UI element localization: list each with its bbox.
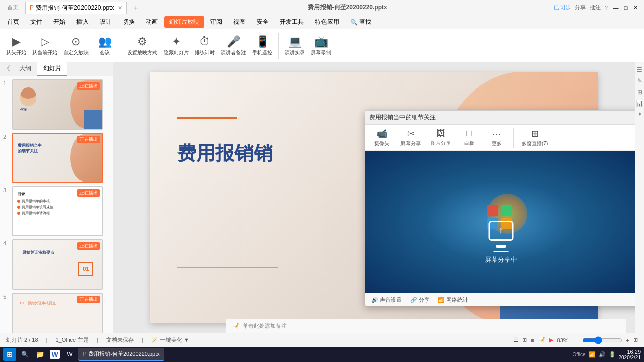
menu-dev[interactable]: 开发工具	[275, 16, 309, 28]
slide-item-2[interactable]: 2 费用报销当中的细节关注 正在播出	[3, 133, 110, 183]
menu-file[interactable]: 文件	[25, 16, 47, 28]
right-icon-1[interactable]: ☰	[637, 66, 642, 73]
right-icon-2[interactable]: ✎	[637, 77, 642, 84]
menu-design[interactable]: 设计	[95, 16, 117, 28]
view-grid[interactable]: ⊞	[522, 337, 527, 343]
taskbar-ppt-item[interactable]: P 费用报销-何苼20200220.pptx	[78, 348, 164, 361]
close-button[interactable]: ✕	[632, 4, 640, 12]
view-outline[interactable]: ≡	[531, 337, 534, 343]
start-icon: ▶	[12, 35, 21, 48]
share-icon-base	[493, 251, 508, 252]
taskbar-search[interactable]: 🔍	[18, 348, 31, 361]
menu-bar: 首页 文件 开始 插入 设计 切换 动画 幻灯片放映 审阅 视图 安全 开发工具…	[0, 15, 644, 29]
view-notes[interactable]: 📝	[538, 337, 545, 343]
menu-slideshow[interactable]: 幻灯片放映	[164, 16, 204, 28]
live-tool-image[interactable]: 🖼 图片分享	[427, 127, 455, 148]
camera-icon: 📹	[376, 128, 387, 139]
live-tool-whiteboard[interactable]: □ 白板	[457, 127, 482, 148]
taskbar-file-manager[interactable]: 📁	[33, 348, 46, 361]
comment-btn[interactable]: 批注	[590, 4, 601, 11]
ribbon-hide[interactable]: ✦ 隐藏幻灯片	[162, 33, 191, 58]
notes-bar[interactable]: 📝 单击此处添加备注	[226, 319, 626, 333]
share-settings[interactable]: 🔗 分享	[410, 296, 430, 304]
panel-nav-left[interactable]: 《	[0, 62, 13, 76]
slide-item-1[interactable]: 1 何苼 正在播出	[3, 79, 110, 130]
ribbon-timer[interactable]: ⏱ 排练计时	[193, 33, 217, 58]
ribbon-start-from-beginning[interactable]: ▶ 从头开始	[4, 33, 28, 58]
sound-settings[interactable]: 🔊 声音设置	[371, 296, 402, 304]
right-icon-3[interactable]: ⊞	[637, 88, 642, 96]
zoom-in[interactable]: +	[626, 337, 629, 343]
slide-thumb-5[interactable]: 01、原始凭证审核要点 正在播出	[12, 293, 103, 333]
screen-record-icon: 📺	[314, 35, 328, 48]
slide-line-2	[177, 267, 278, 268]
network-stats[interactable]: 📶 网络统计	[438, 296, 468, 304]
slide-thumb-4[interactable]: 原始凭证审核要点 01 正在播出	[12, 239, 103, 290]
slide-info: 幻灯片 2 / 18	[6, 336, 38, 344]
slide-thumb-2[interactable]: 费用报销当中的细节关注 正在播出	[12, 133, 103, 183]
tab-outline[interactable]: 大纲	[13, 62, 37, 76]
beauty-btn[interactable]: 🪄 一键美化 ▼	[151, 336, 189, 344]
camera-label: 摄像头	[374, 140, 389, 147]
ribbon-start-current[interactable]: ▷ 从当前开始	[30, 33, 59, 58]
live-tool-camera[interactable]: 📹 摄像头	[369, 127, 394, 149]
slide-item-4[interactable]: 4 原始凭证审核要点 01 正在播出	[3, 239, 110, 290]
play-btn[interactable]: ▶	[549, 337, 553, 343]
right-icon-5[interactable]: ✦	[637, 111, 642, 118]
ribbon-screen-record[interactable]: 📺 屏幕录制	[309, 33, 333, 58]
taskbar-word[interactable]: W	[48, 348, 61, 361]
file-manager-icon: 📁	[36, 350, 44, 358]
minimize-button[interactable]: —	[612, 4, 620, 12]
right-icon-4[interactable]: 📊	[636, 100, 643, 107]
status-bar: 幻灯片 2 / 18 | 1_Office 主题 | 文档未保存 | 🪄 一键美…	[0, 333, 644, 347]
title-bar-controls: 已同步 分享 批注 ? — □ ✕	[554, 4, 640, 12]
slide-num-4: 4	[3, 239, 10, 246]
zoom-out[interactable]: —	[573, 337, 578, 343]
menu-start[interactable]: 开始	[48, 16, 70, 28]
slide-thumb-3[interactable]: 目录 费用报销单的审核 费用报销单填写规范 费用报销申请流程 正在播出	[12, 186, 103, 236]
ribbon-remote[interactable]: 📱 手机遥控	[250, 33, 274, 58]
live-tool-more[interactable]: ⋯ 更多	[484, 127, 509, 149]
zoom-slider[interactable]	[582, 336, 622, 344]
menu-find[interactable]: 🔍 查找	[345, 16, 376, 28]
home-tab[interactable]: 首页	[4, 4, 21, 11]
close-tab-icon[interactable]: ✕	[118, 5, 122, 11]
menu-view[interactable]: 视图	[228, 16, 251, 28]
slide-line-1	[177, 117, 237, 119]
ribbon-record[interactable]: 💻 演讲实录	[283, 33, 307, 58]
taskbar-wps[interactable]: W	[63, 348, 76, 361]
ribbon-meeting[interactable]: 👥 会议	[93, 33, 117, 58]
maximize-button[interactable]: □	[622, 4, 630, 12]
document-tab[interactable]: P 费用报销-何苼20200220.pptx ✕	[25, 2, 127, 14]
slide-num-5: 5	[3, 293, 10, 300]
ribbon-custom[interactable]: ⊙ 自定义放映	[61, 33, 91, 58]
status-right: ☰ ⊞ ≡ 📝 ▶ 83% — + ⊞	[513, 336, 638, 344]
slide-item-3[interactable]: 3 目录 费用报销单的审核 费用报销单填写规范 费用报销申请流程 正在播出	[3, 186, 110, 236]
menu-animation[interactable]: 动画	[141, 16, 163, 28]
menu-security[interactable]: 安全	[252, 16, 274, 28]
new-tab-button[interactable]: +	[131, 3, 141, 13]
fit-page[interactable]: ⊞	[633, 337, 638, 343]
screen-share-overlay: 屏幕分享中	[485, 221, 517, 264]
start-button[interactable]: ⊞	[3, 348, 16, 361]
menu-review[interactable]: 审阅	[205, 16, 227, 28]
more-label: 更多	[492, 140, 502, 147]
menu-transition[interactable]: 切换	[118, 16, 140, 28]
menu-home[interactable]: 首页	[2, 16, 24, 28]
ribbon-notes[interactable]: 🎤 演讲者备注	[219, 33, 248, 58]
tab-slides[interactable]: 幻灯片	[37, 62, 67, 76]
share-btn[interactable]: 分享	[575, 4, 586, 11]
menu-special[interactable]: 特色应用	[310, 16, 344, 28]
live-tool-multiwindow[interactable]: ⊞ 多窗直播(7)	[518, 127, 552, 149]
menu-insert[interactable]: 插入	[71, 16, 94, 28]
taskbar-network-icon: 📶	[589, 351, 596, 358]
slide-item-5[interactable]: 5 01、原始凭证审核要点 正在播出	[3, 293, 110, 333]
help-btn[interactable]: ?	[605, 5, 608, 11]
slide-thumb-1[interactable]: 何苼 正在播出	[12, 79, 103, 130]
taskbar-datetime: 16:29 2020/2/21	[619, 349, 641, 360]
screenshare-icon: ✂	[407, 128, 415, 139]
slide-badge-1: 正在播出	[77, 82, 100, 90]
live-tool-screenshare[interactable]: ✂ 屏幕分享	[396, 127, 425, 149]
view-normal[interactable]: ☰	[513, 337, 518, 343]
ribbon-settings[interactable]: ⚙ 设置放映方式	[125, 33, 159, 58]
